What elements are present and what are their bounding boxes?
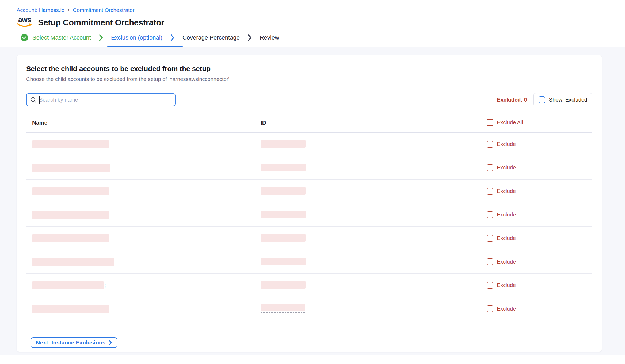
- row-exclude-label: Exclude: [497, 188, 516, 194]
- exclude-checkbox[interactable]: [487, 305, 493, 312]
- table-row: ; Exclude: [26, 274, 592, 297]
- id-cell: [261, 234, 487, 243]
- name-redaction-bar: [32, 140, 109, 148]
- exclude-control[interactable]: Exclude: [487, 305, 592, 312]
- page-title: Setup Commitment Orchestrator: [38, 18, 164, 28]
- chevron-right-icon: [248, 34, 252, 41]
- name-redaction-bar: [32, 211, 109, 219]
- row-exclude-label: Exclude: [497, 141, 516, 147]
- step-label: Review: [260, 34, 279, 41]
- card-subheading: Choose the child accounts to be excluded…: [26, 76, 592, 82]
- page: Account: Harness.io › Commitment Orchest…: [0, 0, 625, 355]
- title-bar: aws Setup Commitment Orchestrator: [0, 13, 625, 28]
- search-box[interactable]: [26, 93, 176, 106]
- breadcrumb-separator-icon: ›: [68, 7, 70, 13]
- table-rows: Exclude Exclude Exclude: [26, 133, 592, 313]
- chevron-right-icon: [99, 34, 103, 41]
- table-row: Exclude: [26, 227, 592, 250]
- show-excluded-label: Show: Excluded: [549, 97, 587, 103]
- id-cell: [261, 281, 487, 290]
- show-excluded-checkbox[interactable]: [539, 96, 545, 103]
- id-cell: [261, 211, 487, 219]
- row-exclude-label: Exclude: [497, 259, 516, 265]
- step-exclusion[interactable]: Exclusion (optional): [111, 34, 162, 41]
- row-exclude-label: Exclude: [497, 306, 516, 312]
- aws-logo-text: aws: [18, 17, 31, 23]
- id-column-header: ID: [261, 119, 487, 126]
- exclude-control[interactable]: Exclude: [487, 164, 592, 171]
- id-redaction-bar: [261, 187, 306, 195]
- step-coverage-percentage[interactable]: Coverage Percentage: [182, 34, 240, 41]
- exclude-control[interactable]: Exclude: [487, 235, 592, 242]
- check-circle-icon: [21, 34, 28, 41]
- row-exclude-label: Exclude: [497, 212, 516, 218]
- next-instance-exclusions-button[interactable]: Next: Instance Exclusions: [31, 337, 117, 348]
- name-cell: [32, 187, 261, 195]
- exclude-checkbox[interactable]: [487, 141, 493, 148]
- step-label: Exclusion (optional): [111, 34, 162, 41]
- controls-row: Excluded: 0 Show: Excluded: [26, 93, 592, 106]
- name-redaction-bar: [32, 234, 109, 242]
- show-excluded-toggle[interactable]: Show: Excluded: [533, 93, 592, 106]
- id-redaction-bar: [261, 281, 306, 289]
- name-cell: [32, 234, 261, 242]
- id-cell: [261, 304, 487, 313]
- step-review[interactable]: Review: [260, 34, 279, 41]
- exclude-all-control[interactable]: Exclude All: [487, 119, 592, 126]
- exclude-control[interactable]: Exclude: [487, 141, 592, 148]
- exclude-all-label: Exclude All: [497, 119, 523, 126]
- exclude-control[interactable]: Exclude: [487, 188, 592, 195]
- exclude-control[interactable]: Exclude: [487, 211, 592, 218]
- id-redaction-bar: [261, 140, 306, 148]
- id-redaction-bar: [261, 258, 306, 265]
- name-cell: ;: [32, 281, 261, 289]
- exclude-checkbox[interactable]: [487, 282, 493, 289]
- row-exclude-label: Exclude: [497, 235, 516, 241]
- name-cell: [32, 258, 261, 266]
- exclude-checkbox[interactable]: [487, 164, 493, 171]
- name-cell: [32, 211, 261, 219]
- id-redaction-bar: [261, 164, 306, 171]
- exclude-checkbox[interactable]: [487, 211, 493, 218]
- row-exclude-label: Exclude: [497, 282, 516, 288]
- name-cell: [32, 140, 261, 148]
- id-cell: [261, 140, 487, 149]
- stepper: Select Master Account Exclusion (optiona…: [0, 28, 625, 47]
- table-row: Exclude: [26, 133, 592, 156]
- breadcrumb-orchestrator-link[interactable]: Commitment Orchestrator: [73, 7, 134, 13]
- id-redaction-bar: [261, 304, 305, 311]
- name-column-header: Name: [32, 119, 261, 126]
- id-cell: [261, 187, 487, 196]
- exclude-checkbox[interactable]: [487, 258, 493, 265]
- name-redaction-bar: [32, 187, 109, 195]
- breadcrumb-account-link[interactable]: Account: Harness.io: [17, 7, 64, 13]
- exclude-all-checkbox[interactable]: [487, 119, 493, 126]
- search-input[interactable]: [39, 97, 172, 103]
- id-redaction-bar: [261, 234, 306, 242]
- exclude-checkbox[interactable]: [487, 235, 493, 242]
- aws-logo-icon: aws: [17, 17, 33, 28]
- exclude-checkbox[interactable]: [487, 188, 493, 195]
- row-note: ;: [104, 282, 106, 288]
- id-cell: [261, 258, 487, 266]
- step-select-master-account[interactable]: Select Master Account: [21, 34, 91, 41]
- breadcrumb: Account: Harness.io › Commitment Orchest…: [0, 0, 625, 13]
- name-redaction-bar: [32, 305, 109, 313]
- exclude-control[interactable]: Exclude: [487, 282, 592, 289]
- table-row: Exclude: [26, 250, 592, 274]
- page-body: Select the child accounts to be excluded…: [0, 47, 625, 355]
- right-controls: Excluded: 0 Show: Excluded: [497, 93, 592, 106]
- table-row: Exclude: [26, 180, 592, 203]
- table-header: Name ID Exclude All: [26, 115, 592, 133]
- card-heading: Select the child accounts to be excluded…: [26, 55, 592, 73]
- excluded-counter: Excluded: 0: [497, 97, 527, 103]
- name-redaction-bar: [32, 258, 114, 266]
- exclude-control[interactable]: Exclude: [487, 258, 592, 265]
- name-redaction-bar: [32, 281, 104, 289]
- search-icon: [30, 97, 36, 103]
- name-redaction-bar: [32, 164, 110, 172]
- accounts-table: Name ID Exclude All Exclude: [26, 115, 592, 313]
- step-label: Coverage Percentage: [182, 34, 240, 41]
- text-caret: [39, 96, 40, 104]
- name-cell: [32, 164, 261, 172]
